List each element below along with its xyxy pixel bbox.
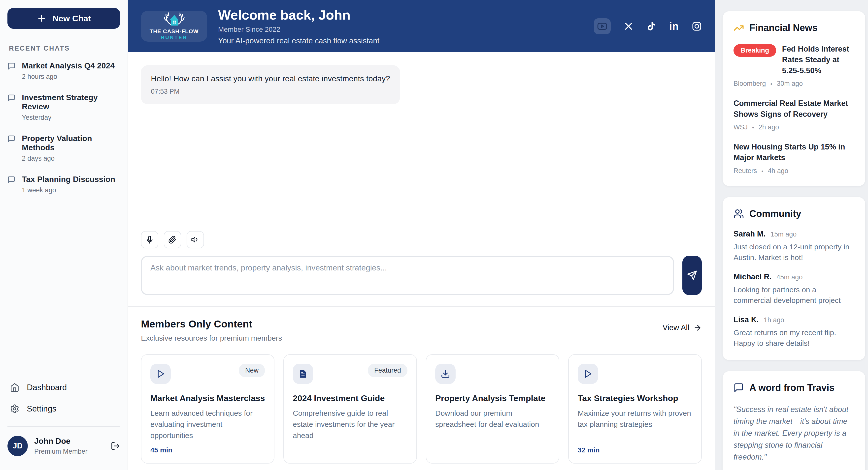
- members-section-subtitle: Exclusive resources for premium members: [141, 334, 282, 342]
- recent-chats-label: RECENT CHATS: [9, 45, 120, 52]
- user-tier: Premium Member: [34, 448, 88, 456]
- news-item[interactable]: Commercial Real Estate Market Shows Sign…: [734, 98, 854, 131]
- youtube-icon[interactable]: [594, 18, 611, 34]
- page-title: Welcome back, John: [218, 7, 379, 23]
- logout-button[interactable]: [111, 441, 120, 451]
- chat-item-tax-planning[interactable]: Tax Planning Discussion 1 week ago: [7, 175, 120, 194]
- recent-chats-list: Market Analysis Q4 2024 2 hours ago Inve…: [7, 61, 120, 194]
- user-profile: JD John Doe Premium Member: [7, 436, 120, 456]
- card-market-analysis-masterclass[interactable]: New Market Analysis Masterclass Learn ad…: [141, 354, 274, 464]
- chat-bubble-icon: [7, 62, 16, 80]
- community-post[interactable]: Lisa K. 1h ago Great returns on my recen…: [734, 315, 854, 349]
- send-button[interactable]: [682, 256, 702, 295]
- card-title: Property Analysis Template: [435, 393, 550, 403]
- card-title: Tax Strategies Workshop: [578, 393, 692, 403]
- post-time: 1h ago: [764, 316, 784, 324]
- chat-item-time: 1 week ago: [22, 187, 115, 194]
- logo-text-line2: HUNTER: [161, 35, 187, 40]
- sidebar-item-dashboard[interactable]: Dashboard: [7, 377, 120, 398]
- news-time: 4h ago: [768, 167, 788, 175]
- founder-quote: "Success in real estate isn't about timi…: [734, 404, 854, 463]
- chat-item-title: Investment Strategy Review: [22, 93, 120, 111]
- tiktok-icon[interactable]: [646, 21, 656, 31]
- chat-item-property-valuation[interactable]: Property Valuation Methods 2 days ago: [7, 134, 120, 162]
- card-description: Comprehensive guide to real estate inves…: [293, 407, 407, 441]
- users-icon: [734, 208, 744, 219]
- post-time: 45m ago: [776, 273, 803, 281]
- arrow-right-icon: [693, 324, 702, 332]
- chat-messages-area: Hello! How can I assist you with your re…: [128, 52, 715, 220]
- financial-news-panel: Financial News Breaking Fed Holds Intere…: [722, 11, 865, 186]
- dot-separator: [762, 167, 764, 175]
- download-icon: [435, 364, 456, 384]
- card-badge: New: [239, 364, 265, 377]
- post-author: Michael R.: [734, 272, 772, 281]
- post-time: 15m ago: [771, 231, 797, 238]
- card-description: Learn advanced techniques for evaluating…: [150, 407, 265, 441]
- instagram-icon[interactable]: [692, 21, 702, 31]
- member-since: Member Since 2022: [218, 26, 379, 33]
- members-cards-grid: New Market Analysis Masterclass Learn ad…: [141, 354, 702, 464]
- card-2024-investment-guide[interactable]: Featured 2024 Investment Guide Comprehen…: [283, 354, 417, 464]
- chat-item-title: Tax Planning Discussion: [22, 175, 115, 184]
- card-badge: Featured: [368, 364, 407, 377]
- sidebar-bottom: Dashboard Settings JD John Doe Premium M…: [7, 377, 120, 456]
- view-all-button[interactable]: View All: [662, 323, 702, 332]
- chat-item-time: Yesterday: [22, 114, 120, 122]
- members-section-title: Members Only Content: [141, 318, 282, 330]
- paperclip-icon: [168, 235, 177, 244]
- chat-bubble-icon: [734, 382, 744, 393]
- news-source: WSJ: [734, 124, 748, 131]
- voice-output-button[interactable]: [187, 231, 204, 248]
- panel-title: Financial News: [749, 23, 818, 33]
- sidebar-item-settings[interactable]: Settings: [7, 398, 120, 419]
- chat-item-time: 2 hours ago: [22, 73, 115, 80]
- news-time: 2h ago: [758, 124, 779, 131]
- home-icon: [10, 383, 19, 392]
- chat-input-zone: [128, 220, 715, 306]
- x-twitter-icon[interactable]: [624, 21, 633, 31]
- chat-item-market-analysis[interactable]: Market Analysis Q4 2024 2 hours ago: [7, 61, 120, 80]
- play-icon: [578, 364, 598, 384]
- chat-bubble-icon: [7, 176, 16, 194]
- chat-item-investment-strategy[interactable]: Investment Strategy Review Yesterday: [7, 93, 120, 122]
- members-only-section: Members Only Content Exclusive resources…: [128, 306, 715, 470]
- cash-flow-hunter-logo-icon: [156, 12, 193, 28]
- sidebar-divider: [7, 426, 120, 427]
- attachment-button[interactable]: [164, 231, 181, 248]
- assistant-message-time: 07:53 PM: [151, 88, 390, 95]
- card-duration: 45 min: [150, 441, 265, 454]
- news-item[interactable]: New Housing Starts Up 15% in Major Marke…: [734, 141, 854, 175]
- sidebar-item-label: Settings: [27, 404, 56, 413]
- community-post[interactable]: Michael R. 45m ago Looking for partners …: [734, 272, 854, 306]
- main-area: THE CASH-FLOW HUNTER Welcome back, John …: [128, 0, 715, 470]
- card-title: Market Analysis Masterclass: [150, 393, 265, 403]
- community-post[interactable]: Sarah M. 15m ago Just closed on a 12-uni…: [734, 230, 854, 263]
- card-property-analysis-template[interactable]: Property Analysis Template Download our …: [426, 354, 559, 464]
- brand-logo: THE CASH-FLOW HUNTER: [141, 11, 207, 42]
- post-author: Lisa K.: [734, 315, 759, 324]
- card-tax-strategies-workshop[interactable]: Tax Strategies Workshop Maximize your re…: [568, 354, 702, 464]
- breaking-badge: Breaking: [734, 44, 776, 57]
- speaker-icon: [191, 235, 199, 244]
- header-subtitle: Your AI-powered real estate cash flow as…: [218, 36, 379, 45]
- microphone-button[interactable]: [141, 231, 158, 248]
- send-icon: [687, 270, 697, 280]
- new-chat-button[interactable]: New Chat: [7, 8, 120, 29]
- chat-bubble-icon: [7, 135, 16, 162]
- trending-up-icon: [734, 23, 744, 33]
- new-chat-label: New Chat: [53, 13, 91, 23]
- dot-separator: [771, 80, 772, 88]
- news-source: Reuters: [734, 167, 757, 175]
- linkedin-icon[interactable]: in: [669, 21, 679, 32]
- news-item[interactable]: Breaking Fed Holds Interest Rates Steady…: [734, 44, 854, 88]
- document-icon: [293, 364, 313, 384]
- news-time: 30m ago: [777, 80, 803, 88]
- post-text: Looking for partners on a commercial dev…: [734, 284, 854, 306]
- chat-input[interactable]: [141, 256, 674, 295]
- news-headline: New Housing Starts Up 15% in Major Marke…: [734, 141, 854, 163]
- avatar: JD: [7, 436, 28, 456]
- panel-title: A word from Travis: [749, 382, 835, 393]
- chat-item-title: Property Valuation Methods: [22, 134, 120, 152]
- social-links: in: [594, 18, 702, 34]
